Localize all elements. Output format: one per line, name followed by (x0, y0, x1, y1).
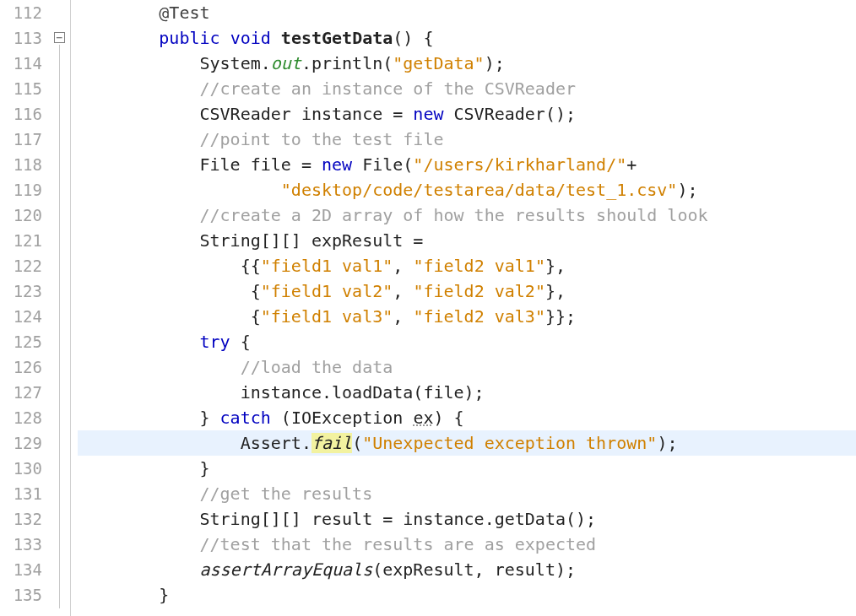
string-literal: "field2 val2" (413, 281, 545, 301)
line-number: 124 (0, 304, 42, 329)
code-line[interactable]: //test that the results are as expected (78, 532, 856, 557)
annotation: @Test (159, 3, 209, 23)
code-line[interactable]: } (78, 456, 856, 481)
line-number: 112 (0, 0, 42, 25)
string-literal: "field2 val1" (413, 256, 545, 276)
keyword-catch: catch (220, 408, 271, 428)
string-literal: "field1 val2" (261, 281, 393, 301)
code-line[interactable]: @Test (78, 0, 856, 25)
comment: //load the data (241, 357, 393, 377)
code-line[interactable]: instance.loadData(file); (78, 380, 856, 405)
code-line[interactable]: String[][] result = instance.getData(); (78, 506, 856, 532)
line-number: 120 (0, 203, 42, 228)
line-number: 128 (0, 405, 42, 430)
keyword-void: void (230, 28, 271, 48)
line-number: 117 (0, 127, 42, 152)
code-line[interactable]: {"field1 val3", "field2 val3"}}; (78, 304, 856, 329)
code-line[interactable]: //create a 2D array of how the results s… (78, 203, 856, 228)
code-line[interactable]: } catch (IOException ex) { (78, 405, 856, 430)
method-fail: fail (312, 433, 352, 453)
code-line[interactable]: public void testGetData() { (78, 25, 856, 51)
line-number: 133 (0, 532, 42, 557)
line-number: 134 (0, 557, 42, 582)
keyword-new: new (413, 104, 443, 124)
line-number: 135 (0, 582, 42, 608)
code-line[interactable]: "desktop/code/testarea/data/test_1.csv")… (78, 177, 856, 203)
line-number: 123 (0, 278, 42, 304)
code-line[interactable]: } (78, 582, 856, 608)
fold-gutter: − (51, 0, 71, 616)
comment: //point to the test file (199, 129, 443, 149)
comment: //create a 2D array of how the results s… (199, 205, 707, 225)
line-number: 114 (0, 51, 42, 76)
code-line[interactable]: {"field1 val2", "field2 val2"}, (78, 278, 856, 304)
line-number-gutter: 112 113 114 115 116 117 118 119 120 121 … (0, 0, 51, 616)
line-number: 116 (0, 101, 42, 127)
code-line[interactable]: //load the data (78, 354, 856, 380)
exception-variable: ex (413, 408, 433, 428)
line-number: 113 (0, 25, 42, 51)
code-line[interactable]: //get the results (78, 481, 856, 506)
keyword-new: new (322, 154, 352, 175)
string-literal: "Unexpected exception thrown" (362, 433, 657, 453)
line-number: 126 (0, 354, 42, 380)
line-number: 131 (0, 481, 42, 506)
comment: //get the results (199, 484, 372, 504)
line-number: 122 (0, 253, 42, 278)
line-number: 132 (0, 506, 42, 532)
line-number: 121 (0, 228, 42, 253)
code-line[interactable]: try { (78, 329, 856, 354)
line-number: 130 (0, 456, 42, 481)
fold-toggle-icon[interactable]: − (54, 32, 65, 43)
line-number: 119 (0, 177, 42, 203)
line-number: 127 (0, 380, 42, 405)
line-number: 115 (0, 76, 42, 101)
code-line[interactable]: //point to the test file (78, 127, 856, 152)
string-literal: "desktop/code/testarea/data/test_1.csv" (281, 180, 678, 200)
fold-guide-line (59, 45, 60, 608)
code-line[interactable]: File file = new File("/users/kirkharland… (78, 152, 856, 177)
line-number: 118 (0, 152, 42, 177)
line-number: 125 (0, 329, 42, 354)
line-number: 129 (0, 430, 42, 456)
string-literal: "getData" (393, 53, 484, 73)
code-line[interactable]: System.out.println("getData"); (78, 51, 856, 76)
string-literal: "field1 val3" (261, 306, 393, 327)
string-literal: "field2 val3" (413, 306, 545, 327)
keyword-try: try (199, 332, 230, 352)
comment: //create an instance of the CSVReader (199, 78, 576, 99)
method-name: testGetData (281, 28, 393, 48)
keyword-public: public (159, 28, 219, 48)
method-assertArrayEquals: assertArrayEquals (199, 559, 372, 580)
code-line[interactable]: String[][] expResult = (78, 228, 856, 253)
code-line[interactable]: {{"field1 val1", "field2 val1"}, (78, 253, 856, 278)
code-line[interactable]: CSVReader instance = new CSVReader(); (78, 101, 856, 127)
comment: //test that the results are as expected (199, 534, 596, 554)
code-area[interactable]: @Test public void testGetData() { System… (71, 0, 856, 616)
string-literal: "/users/kirkharland/" (413, 154, 626, 175)
static-field-out: out (271, 53, 301, 73)
code-line[interactable]: //create an instance of the CSVReader (78, 76, 856, 101)
string-literal: "field1 val1" (261, 256, 393, 276)
code-line[interactable]: assertArrayEquals(expResult, result); (78, 557, 856, 582)
code-editor[interactable]: 112 113 114 115 116 117 118 119 120 121 … (0, 0, 856, 616)
code-line-current[interactable]: Assert.fail("Unexpected exception thrown… (78, 430, 856, 456)
